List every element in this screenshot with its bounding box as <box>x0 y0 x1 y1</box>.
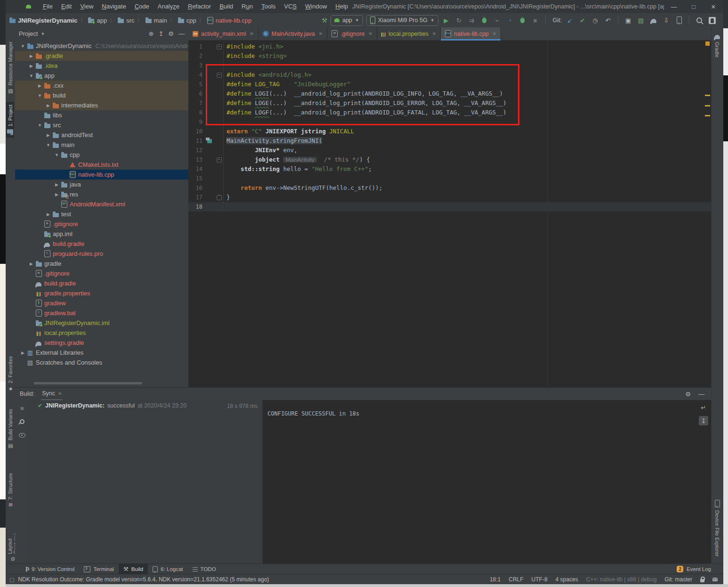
stripe-item-gradle[interactable]: Gradle <box>713 31 721 60</box>
run-icon[interactable]: ▶ <box>442 16 451 25</box>
toolwindow-button-9--version-control[interactable]: 9: Version Control <box>20 564 79 574</box>
chevron-collapsed-icon[interactable]: ▶ <box>54 182 60 187</box>
lock-icon[interactable] <box>700 579 704 582</box>
fold-end-icon[interactable]: ˘ <box>217 195 222 200</box>
java-mapping-icon[interactable] <box>207 139 212 143</box>
chevron-collapsed-icon[interactable]: ▶ <box>45 103 51 108</box>
attach-profiler-icon[interactable]: ⌁ <box>493 16 502 25</box>
apply-changes-icon[interactable]: ↻ <box>454 16 464 25</box>
hide-panel-icon[interactable]: — <box>698 391 704 398</box>
toolwindow-button-6--logcat[interactable]: 6: Logcat <box>148 564 187 574</box>
menu-item-view[interactable]: View <box>76 0 97 13</box>
build-tab-sync[interactable]: Sync ✕ <box>41 387 63 400</box>
chevron-expanded-icon[interactable]: ▼ <box>45 143 51 147</box>
warning-stripe-mark[interactable] <box>705 105 710 106</box>
tree-item-proguard-rules-pro[interactable]: ≡proguard-rules.pro <box>15 249 188 259</box>
stripe-item-build-variants[interactable]: ▤Build Variants <box>6 406 14 452</box>
tree-item-native-lib-cpp[interactable]: C++native-lib.cpp <box>15 170 188 179</box>
make-icon[interactable]: ⚒ <box>322 17 327 24</box>
tree-item-build[interactable]: ▼build <box>15 90 188 100</box>
tree-item-settings-gradle[interactable]: settings.gradle <box>15 338 188 348</box>
attach-debugger-icon[interactable] <box>518 16 527 25</box>
breadcrumb-item-main[interactable]: main <box>146 17 167 24</box>
tree-item-androidtest[interactable]: ▶androidTest <box>15 130 188 140</box>
inspection-status-icon[interactable] <box>705 41 710 46</box>
chevron-collapsed-icon[interactable]: ▶ <box>45 133 51 138</box>
caret-position[interactable]: 18:1 <box>490 576 501 583</box>
menu-item-vcs[interactable]: VCS <box>280 0 301 13</box>
tree-item-build-gradle[interactable]: build.gradle <box>15 239 188 249</box>
toolwindow-toggle-icon[interactable]: ▢ <box>9 577 14 583</box>
chevron-expanded-icon[interactable]: ▼ <box>20 44 26 49</box>
history-icon[interactable]: ◷ <box>590 16 600 25</box>
error-stripe[interactable] <box>704 40 711 387</box>
chevron-expanded-icon[interactable]: ▼ <box>54 153 60 157</box>
menu-item-help[interactable]: Help <box>331 0 352 13</box>
menu-item-tools[interactable]: Tools <box>257 0 280 13</box>
project-view-selector[interactable]: Project <box>19 30 38 37</box>
collapse-all-icon[interactable]: ↥ <box>158 30 163 37</box>
sdk-manager-icon[interactable]: ⇩ <box>662 16 671 25</box>
menu-item-window[interactable]: Window <box>301 0 331 13</box>
settings-icon[interactable]: ⚙ <box>168 30 174 37</box>
maximize-button[interactable]: □ <box>684 0 704 13</box>
debug-icon[interactable] <box>480 16 489 25</box>
tree-item-gradle-properties[interactable]: gradle.properties <box>15 288 188 298</box>
tree-item-gradlew-bat[interactable]: ≡gradlew.bat <box>15 308 188 318</box>
tab-activity-main-xml[interactable]: <>activity_main.xml✕ <box>188 27 259 40</box>
line-ending-indicator[interactable]: CRLF <box>509 576 523 583</box>
tree-item--gradle[interactable]: ▶.gradle <box>15 51 188 61</box>
tree-item-build-gradle[interactable]: build.gradle <box>15 278 188 288</box>
soft-wrap-icon[interactable]: ↵ <box>699 403 708 412</box>
encoding-indicator[interactable]: UTF-8 <box>532 576 548 583</box>
close-button[interactable]: ✕ <box>704 0 723 13</box>
user-icon[interactable] <box>707 16 717 25</box>
apply-code-changes-icon[interactable]: ⇉ <box>467 16 477 25</box>
tab-native-lib-cpp[interactable]: C++native-lib.cpp✕ <box>441 27 501 40</box>
gradle-sync-icon[interactable] <box>649 16 658 25</box>
pin-icon[interactable] <box>20 417 24 426</box>
close-icon[interactable]: ✕ <box>493 31 496 36</box>
fold-marker-icon[interactable]: − <box>217 157 222 163</box>
close-icon[interactable]: ✕ <box>58 391 62 396</box>
tree-item-local-properties[interactable]: local.properties <box>15 328 188 338</box>
close-icon[interactable]: ✕ <box>250 31 253 36</box>
chevron-down-icon[interactable]: ▼ <box>40 32 45 36</box>
indent-indicator[interactable]: 4 spaces <box>556 576 578 583</box>
tab--gitignore[interactable]: ⊘.gitignore✕ <box>327 27 377 40</box>
tree-item-androidmanifest-xml[interactable]: MFAndroidManifest.xml <box>15 199 188 209</box>
fold-marker-icon[interactable]: − <box>217 44 222 49</box>
breadcrumb-item-native-lib-cpp[interactable]: C++native-lib.cpp <box>207 17 252 24</box>
stripe-item-resource-manager[interactable]: ▨Resource Manager <box>6 39 14 98</box>
tree-item--idea[interactable]: ▶.idea <box>15 61 188 71</box>
menu-item-refactor[interactable]: Refactor <box>184 0 215 13</box>
breadcrumb-item-cpp[interactable]: cpp <box>178 17 196 24</box>
tab-local-properties[interactable]: local.properties✕ <box>377 27 441 40</box>
menu-item-run[interactable]: Run <box>237 0 257 13</box>
chevron-collapsed-icon[interactable]: ▶ <box>28 54 34 58</box>
event-log-button[interactable]: 2Event Log <box>677 566 723 572</box>
close-icon[interactable]: ✕ <box>319 31 323 36</box>
tree-item-cmakelists-txt[interactable]: CMakeLists.txt <box>15 160 188 170</box>
tree-item-intermediates[interactable]: ▶intermediates <box>15 100 188 110</box>
tree-item-main[interactable]: ▼main <box>15 140 188 150</box>
device-selector-combo[interactable]: Xiaomi Mi9 Pro 5G▼ <box>366 15 438 26</box>
tree-item-gradlew[interactable]: ❯gradlew <box>15 298 188 308</box>
menu-item-navigate[interactable]: Navigate <box>97 0 130 13</box>
breadcrumb-item-app[interactable]: app <box>88 17 107 24</box>
menu-item-code[interactable]: Code <box>130 0 154 13</box>
tree-item-jniregisterdynamic[interactable]: ▼JNIRegisterDynamicC:\Users\asura\source… <box>15 41 188 51</box>
stripe-item-7--structure[interactable]: ≣7: Structure <box>6 470 14 510</box>
toolwindow-button-terminal[interactable]: Terminal <box>79 564 118 574</box>
tree-item-src[interactable]: ▼src <box>15 120 188 130</box>
menu-item-build[interactable]: Build <box>215 0 237 13</box>
toolwindow-button-build[interactable]: ⚒Build <box>119 564 148 574</box>
build-console[interactable]: CONFIGURE SUCCESSFUL in 18s ↵↧ <box>262 400 711 564</box>
chevron-collapsed-icon[interactable]: ▶ <box>45 212 51 217</box>
chevron-expanded-icon[interactable]: ▼ <box>37 93 43 98</box>
chevron-collapsed-icon[interactable]: ▶ <box>37 83 43 88</box>
avd-manager-icon[interactable]: ▤ <box>636 16 646 25</box>
search-everywhere-icon[interactable] <box>695 16 704 25</box>
stop-icon[interactable]: ■ <box>531 16 540 25</box>
tree-item--cxx[interactable]: ▶.cxx <box>15 81 188 90</box>
